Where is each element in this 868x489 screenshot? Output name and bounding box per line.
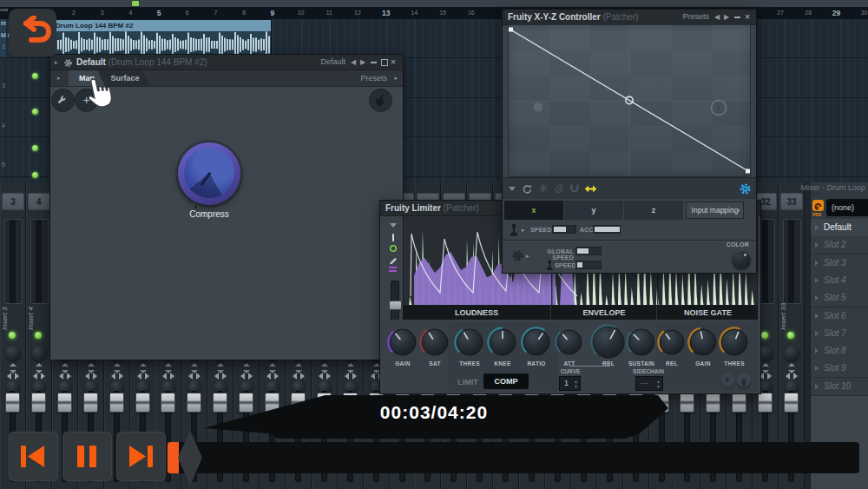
timeline-tick[interactable]: 13 xyxy=(382,7,390,19)
mixer-slot-slot-10[interactable]: Slot 10 xyxy=(811,378,868,396)
progress-bar[interactable] xyxy=(179,442,859,473)
fader-handle[interactable] xyxy=(758,393,773,413)
close-button[interactable]: × xyxy=(389,55,398,69)
mixer-slot-slot-2[interactable]: Slot 2 xyxy=(811,236,868,254)
fader-handle[interactable] xyxy=(732,393,746,413)
strip-pan-icon[interactable] xyxy=(7,373,19,380)
track-led[interactable] xyxy=(32,109,38,115)
playlist-clip[interactable]: Drum Loop 144 BPM #2 xyxy=(45,19,272,57)
strip-pan-icon[interactable] xyxy=(786,373,798,380)
timeline-tick[interactable]: 16 xyxy=(468,7,475,19)
back-button[interactable] xyxy=(9,9,56,56)
map-presets-arrow-icon[interactable]: ▸ xyxy=(394,75,398,82)
global-row-arrow-icon[interactable]: ▸ xyxy=(526,253,529,260)
color-knob[interactable] xyxy=(732,250,751,269)
fader-handle[interactable] xyxy=(239,393,253,413)
mixer-slot-default[interactable]: Default xyxy=(811,219,868,237)
strip-pan-icon[interactable] xyxy=(162,373,174,380)
xyz-pad[interactable] xyxy=(508,24,751,177)
knob-gain[interactable] xyxy=(687,327,719,358)
preset-next-button[interactable]: ▶ xyxy=(358,55,367,69)
strip-pan-icon[interactable] xyxy=(760,373,772,380)
xyz-preset-next-button[interactable]: ▶ xyxy=(722,10,731,24)
collapse-round-button[interactable]: ▼ xyxy=(720,373,734,387)
strip-pan-icon[interactable] xyxy=(240,373,253,380)
xyz-close-button[interactable]: × xyxy=(743,10,752,24)
tab-x[interactable]: x xyxy=(504,201,563,220)
fader-handle[interactable] xyxy=(83,393,98,413)
strip-pan-icon[interactable] xyxy=(188,373,201,380)
mixer-slot-slot-3[interactable]: Slot 3 xyxy=(811,254,868,273)
sidechain-stepper[interactable]: --- ▲▼ xyxy=(635,376,663,391)
track-led[interactable] xyxy=(32,145,38,151)
strip-pan-icon[interactable] xyxy=(293,373,305,380)
mixer-strip-knob[interactable] xyxy=(784,346,799,361)
knob-knee[interactable] xyxy=(487,327,518,358)
next-button[interactable] xyxy=(116,432,166,481)
sidebar-slider-handle[interactable] xyxy=(389,301,402,310)
wrench-button[interactable] xyxy=(51,89,75,112)
curve-stepper[interactable]: 1 ▲▼ xyxy=(559,376,581,391)
map-window-titlebar[interactable]: ▸ Default (Drum Loop 144 BPM #2) Default… xyxy=(50,55,403,70)
timeline-tick[interactable]: 12 xyxy=(354,7,361,19)
knob-sustain[interactable] xyxy=(626,327,657,358)
pause-button[interactable] xyxy=(62,432,112,481)
mixer-strip-knob[interactable] xyxy=(31,346,47,361)
maximize-button[interactable] xyxy=(381,59,388,66)
fader-handle[interactable] xyxy=(187,393,201,413)
target-tool-icon[interactable] xyxy=(389,244,398,253)
timeline-tick[interactable]: 10 xyxy=(298,7,305,19)
map-presets-label[interactable]: Presets xyxy=(360,70,387,86)
settings-gear-icon[interactable] xyxy=(739,182,752,195)
strip-pan-icon[interactable] xyxy=(111,373,123,380)
limit-tab[interactable]: LIMIT xyxy=(454,375,482,389)
mixer-strip-number[interactable]: 4 xyxy=(28,193,50,210)
timeline-tick[interactable]: 6 xyxy=(186,7,189,19)
timeline-tick[interactable]: 30 xyxy=(861,7,868,19)
swap-xy-icon[interactable] xyxy=(584,184,597,194)
toolbar-caret-icon[interactable] xyxy=(509,187,516,191)
mixer-strip-knob[interactable] xyxy=(5,346,21,361)
global-speed-slider[interactable] xyxy=(575,247,602,255)
timeline-tick[interactable]: 29 xyxy=(832,7,840,19)
fader-handle[interactable] xyxy=(5,393,20,413)
mixer-slot-slot-9[interactable]: Slot 9 xyxy=(811,360,868,378)
knob-ratio[interactable] xyxy=(521,327,552,358)
strip-pan-icon[interactable] xyxy=(345,373,357,380)
fader-handle[interactable] xyxy=(135,393,150,413)
mixer-strip-number[interactable]: 3 xyxy=(2,193,24,210)
strip-pan-icon[interactable] xyxy=(59,373,71,380)
preset-prev-button[interactable]: ◀ xyxy=(349,55,358,69)
strip-pan-icon[interactable] xyxy=(137,373,149,380)
knob-rel[interactable] xyxy=(590,324,627,360)
tab-scroll-arrow-icon[interactable]: ▸ xyxy=(57,75,61,82)
snap-icon[interactable] xyxy=(538,183,549,194)
knob-att[interactable] xyxy=(555,327,584,357)
strip-pan-icon[interactable] xyxy=(214,373,227,380)
comp-tab[interactable]: COMP xyxy=(483,373,529,389)
input-mapping-button[interactable]: Input mapping ▸ xyxy=(686,202,744,219)
timeline-tick[interactable]: 14 xyxy=(411,7,418,19)
fader-handle[interactable] xyxy=(706,393,720,413)
xyz-titlebar[interactable]: Fruity X-Y-Z Controller (Patcher) Preset… xyxy=(503,10,756,25)
mixer-strip-number[interactable]: 33 xyxy=(780,193,803,210)
magnet-icon[interactable] xyxy=(569,183,580,194)
preset-name[interactable]: Default xyxy=(311,55,345,69)
track-led[interactable] xyxy=(32,73,38,79)
compress-knob[interactable] xyxy=(178,142,240,205)
mixer-slot-slot-7[interactable]: Slot 7 xyxy=(811,325,868,343)
xyz-preset-prev-button[interactable]: ◀ xyxy=(713,10,721,24)
strip-pan-icon[interactable] xyxy=(85,373,97,380)
fader-handle[interactable] xyxy=(213,393,227,413)
acc-slider[interactable] xyxy=(593,225,621,234)
fader-handle[interactable] xyxy=(57,393,72,413)
xyz-minimize-button[interactable] xyxy=(734,17,740,18)
collapse-arrow-icon[interactable]: ▸ xyxy=(55,55,58,69)
knob-thres[interactable] xyxy=(719,327,750,358)
timeline-tick[interactable]: 5 xyxy=(157,7,161,19)
playhead-marker[interactable] xyxy=(132,1,139,6)
tab-y[interactable]: y xyxy=(564,201,623,220)
fader-handle[interactable] xyxy=(31,393,46,413)
timeline-tick[interactable]: 28 xyxy=(805,7,812,19)
knob-thres[interactable] xyxy=(454,327,485,358)
